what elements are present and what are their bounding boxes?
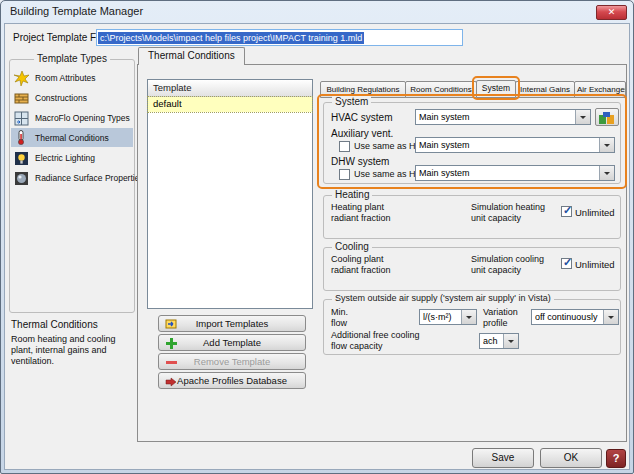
chevron-down-icon[interactable]: [503, 334, 518, 348]
template-row-default[interactable]: default: [148, 97, 312, 112]
help-button[interactable]: ?: [606, 449, 626, 468]
selected-type-title: Thermal Conditions: [11, 319, 98, 330]
sidebar-item-macroflo-opening-types[interactable]: MacroFlo Opening Types: [11, 109, 133, 128]
dhw-use-same-as-hvac-checkbox[interactable]: [339, 169, 350, 180]
sidebar-item-electric-lighting[interactable]: Electric Lighting: [11, 149, 133, 168]
tab-system[interactable]: System: [476, 80, 516, 98]
chevron-down-icon[interactable]: [599, 166, 614, 180]
import-templates-button[interactable]: Import Templates: [158, 315, 306, 332]
auxiliary-vent-combo[interactable]: Main system: [415, 137, 615, 153]
sidebar-item-constructions[interactable]: Constructions: [11, 89, 133, 108]
project-template-file-label: Project Template File: [13, 32, 106, 43]
heating-radiant-fraction-label: Heating plant radiant fraction: [331, 202, 397, 224]
thermal-conditions-icon: [14, 130, 29, 149]
min-flow-label: Min. flow: [331, 307, 357, 329]
outside-air-group-title: System outside air supply ('system air s…: [332, 293, 554, 303]
import-icon: [165, 318, 177, 332]
tab-thermal-conditions[interactable]: Thermal Conditions: [138, 47, 245, 65]
sidebar-item-room-attributes[interactable]: Room Attributes: [11, 69, 133, 88]
heating-group-title: Heating: [332, 189, 372, 200]
chevron-down-icon[interactable]: [599, 138, 614, 152]
cooling-radiant-fraction-label: Cooling plant radiant fraction: [331, 254, 397, 276]
cooling-capacity-label: Simulation cooling unit capacity: [471, 254, 551, 276]
aux-use-same-as-hvac-checkbox[interactable]: [339, 141, 350, 152]
dhw-system-label: DHW system: [331, 156, 389, 167]
cooling-unlimited-checkbox[interactable]: [561, 258, 572, 269]
chevron-down-icon[interactable]: [461, 310, 476, 324]
chevron-down-icon[interactable]: [603, 310, 618, 324]
ok-button[interactable]: OK: [540, 448, 602, 468]
variation-profile-combo[interactable]: off continuously: [531, 309, 619, 325]
selected-type-description: Room heating and cooling plant, internal…: [11, 334, 133, 367]
macroflo-opening-types-icon: [14, 111, 29, 130]
heating-unlimited-label: Unlimited: [575, 207, 615, 218]
hvac-systems-icon: [599, 111, 615, 129]
window-title: Building Template Manager: [10, 5, 143, 17]
add-template-button[interactable]: Add Template: [158, 334, 306, 351]
project-template-file-value: c:\Projects\Models\impact help files pro…: [98, 32, 364, 44]
system-group-title: System: [332, 96, 371, 107]
hvac-system-picker-button[interactable]: [595, 108, 619, 126]
building-template-manager-window: Building Template Manager ✕ Project Temp…: [0, 0, 634, 474]
template-types-title: Template Types: [34, 53, 110, 64]
remove-template-button[interactable]: Remove Template: [158, 353, 306, 370]
template-list[interactable]: Template default: [147, 79, 313, 309]
remove-icon: [165, 356, 177, 370]
template-list-header: Template: [148, 80, 312, 97]
hvac-system-combo[interactable]: Main system: [415, 109, 591, 125]
chevron-down-icon[interactable]: [575, 110, 590, 124]
constructions-icon: [14, 91, 29, 110]
radiance-surface-properties-icon: [14, 171, 29, 190]
tab-internal-gains[interactable]: Internal Gains: [515, 81, 575, 98]
heating-unlimited-checkbox[interactable]: [561, 206, 572, 217]
auxiliary-vent-label: Auxiliary vent.: [331, 128, 393, 139]
close-button[interactable]: ✕: [596, 5, 627, 20]
dhw-system-combo[interactable]: Main system: [415, 165, 615, 181]
additional-free-cooling-label: Additional free cooling flow capacity: [331, 330, 421, 352]
save-button[interactable]: Save: [472, 448, 534, 468]
variation-profile-label: Variation profile: [483, 307, 527, 329]
room-attributes-icon: [14, 71, 29, 90]
add-icon: [165, 337, 177, 351]
title-bar[interactable]: Building Template Manager ✕: [1, 1, 633, 23]
heating-capacity-label: Simulation heating unit capacity: [471, 202, 551, 224]
tab-room-conditions[interactable]: Room Conditions: [405, 81, 477, 98]
additional-free-cooling-unit-combo[interactable]: ach: [479, 333, 519, 349]
project-template-file-field[interactable]: c:\Projects\Models\impact help files pro…: [96, 29, 463, 46]
apache-profiles-icon: [165, 375, 177, 389]
apache-profiles-database-button[interactable]: Apache Profiles Database: [158, 372, 306, 389]
cooling-unlimited-label: Unlimited: [575, 259, 615, 270]
electric-lighting-icon: [14, 151, 29, 170]
hvac-system-label: HVAC system: [331, 112, 393, 123]
sidebar-item-thermal-conditions[interactable]: Thermal Conditions: [11, 129, 133, 148]
min-flow-unit-combo[interactable]: l/(s·m²): [419, 309, 477, 325]
cooling-group-title: Cooling: [332, 241, 372, 252]
tab-air-exchanges[interactable]: Air Exchanges: [574, 81, 626, 98]
sidebar-item-radiance-surface-properties[interactable]: Radiance Surface Properties: [11, 169, 133, 188]
